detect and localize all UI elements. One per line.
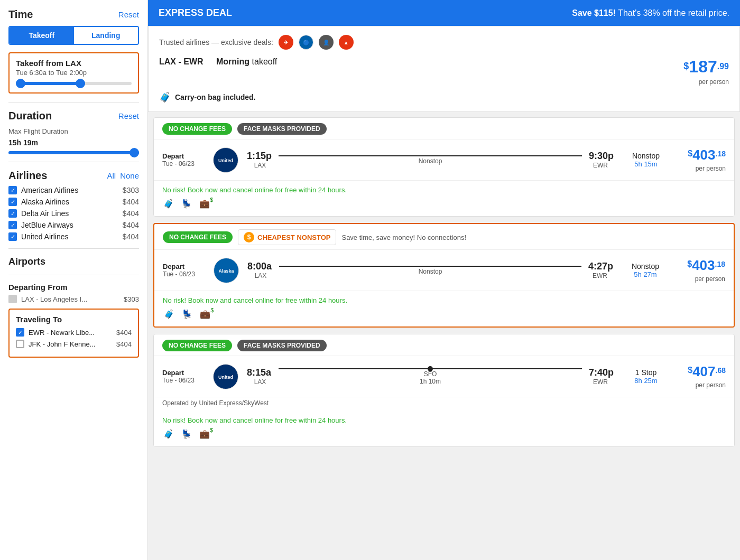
tag-no-change-2-0: NO CHANGE FEES bbox=[162, 340, 232, 351]
all-none-links: All None bbox=[107, 171, 139, 180]
flight-times-1: 8:00a LAX Nonstop 4:27p EWR bbox=[247, 261, 613, 279]
airline-checkbox-0[interactable] bbox=[8, 186, 17, 194]
aa-logo: ✈ bbox=[279, 35, 293, 50]
flight-depart-label-2: Depart bbox=[162, 369, 205, 377]
express-deal-title: EXPRESS DEAL bbox=[159, 7, 232, 18]
airline-checkbox-1[interactable] bbox=[8, 198, 17, 206]
airline-name-4: United Airlines bbox=[21, 232, 118, 241]
flight-depart-date-1: Tue - 06/23 bbox=[163, 270, 205, 278]
flight-depart-label-1: Depart bbox=[163, 263, 205, 270]
flight-price-per-1: per person bbox=[695, 275, 725, 283]
flight-price-1: $403.18 per person bbox=[678, 257, 725, 283]
airline-price-4: $404 bbox=[123, 232, 139, 241]
duration-reset-link[interactable]: Reset bbox=[118, 111, 139, 120]
delta-logo-sm: ▲ bbox=[339, 35, 354, 50]
duration-label: Max Flight Duration bbox=[8, 127, 139, 135]
operated-by-2: Operated by United Express/SkyWest bbox=[154, 397, 734, 411]
airline-row-2[interactable]: Delta Air Lines $404 bbox=[8, 209, 139, 218]
traveling-checkbox-0[interactable] bbox=[16, 328, 24, 337]
flight-depart-date-0: Tue - 06/23 bbox=[162, 160, 205, 167]
flight-card-1[interactable]: NO CHANGE FEES $ CHEAPEST NONSTOP Save t… bbox=[153, 223, 735, 328]
money-icon-1: 💼$ bbox=[199, 307, 211, 320]
depart-airport-2: LAX bbox=[247, 378, 273, 386]
flight-card-2[interactable]: NO CHANGE FEESFACE MASKS PROVIDED Depart… bbox=[153, 334, 735, 447]
takeoff-btn[interactable]: Takeoff bbox=[10, 27, 74, 44]
flight-footer-2: No risk! Book now and cancel online for … bbox=[154, 411, 734, 446]
express-deal-banner: EXPRESS DEAL Save $115! That's 38% off t… bbox=[148, 0, 740, 26]
express-route-info: LAX - EWR Morning takeoff bbox=[159, 57, 277, 67]
flight-footer-0: No risk! Book now and cancel online for … bbox=[154, 181, 734, 216]
flight-duration-1: 5h 27m bbox=[622, 270, 669, 278]
divider-4 bbox=[8, 275, 139, 275]
landing-btn[interactable]: Landing bbox=[74, 27, 138, 44]
tag-face-masks-2-1: FACE MASKS PROVIDED bbox=[237, 340, 327, 351]
flight-price-amount-1: 403 bbox=[692, 257, 715, 273]
alaska-logo-sm: 🔵 bbox=[299, 35, 313, 50]
traveling-row-1[interactable]: JFK - John F Kenne... $404 bbox=[16, 340, 132, 348]
depart-airport-0: LAX bbox=[247, 162, 273, 169]
express-deal-save-amount: Save $115! bbox=[572, 8, 616, 17]
flight-line-container-1: Nonstop bbox=[279, 266, 581, 275]
flight-stop-dot-2 bbox=[428, 366, 433, 371]
divider-3 bbox=[8, 248, 139, 249]
tag-no-change-1-0: NO CHANGE FEES bbox=[163, 231, 233, 243]
arrive-time-2: 7:40p bbox=[587, 367, 614, 378]
depart-time-col-2: 8:15a LAX bbox=[247, 367, 273, 386]
departing-row-0[interactable]: LAX - Los Angeles I... $303 bbox=[8, 295, 139, 303]
svg-text:Alaska: Alaska bbox=[218, 268, 234, 274]
airline-price-2: $404 bbox=[123, 209, 139, 218]
depart-time-col-1: 8:00a LAX bbox=[247, 261, 274, 279]
flight-tags-0: NO CHANGE FEESFACE MASKS PROVIDED bbox=[154, 118, 734, 139]
traveling-list: EWR - Newark Libe... $404 JFK - John F K… bbox=[16, 328, 132, 348]
traveling-row-0[interactable]: EWR - Newark Libe... $404 bbox=[16, 328, 132, 337]
departing-title: Departing From bbox=[8, 283, 139, 292]
flight-price-per-2: per person bbox=[696, 381, 726, 389]
departing-checkbox-0[interactable] bbox=[8, 295, 17, 303]
flight-depart-label-0: Depart bbox=[162, 152, 205, 160]
flight-stops-info-0: Nonstop 5h 15m bbox=[622, 152, 670, 168]
airline-row-4[interactable]: United Airlines $404 bbox=[8, 232, 139, 241]
footer-icons-0: 🧳 💺 💼$ bbox=[162, 197, 726, 210]
flight-price-cents-2: .68 bbox=[716, 366, 726, 375]
airline-row-1[interactable]: Alaska Airlines $404 bbox=[8, 198, 139, 206]
takeoff-slider-thumb-right[interactable] bbox=[76, 79, 85, 88]
airline-logo-1: Alaska bbox=[214, 258, 239, 283]
flight-depart-2: Depart Tue - 06/23 bbox=[162, 369, 205, 384]
airlines-none-link[interactable]: None bbox=[120, 171, 139, 180]
takeoff-box-title: Takeoff from LAX bbox=[16, 59, 132, 68]
traveling-price-1: $404 bbox=[116, 340, 132, 348]
takeoff-slider-track[interactable] bbox=[16, 82, 132, 85]
airline-price-1: $404 bbox=[123, 198, 139, 206]
airline-row-3[interactable]: JetBlue Airways $404 bbox=[8, 221, 139, 229]
flight-card-0[interactable]: NO CHANGE FEESFACE MASKS PROVIDED Depart… bbox=[153, 117, 735, 217]
express-takeoff-label: Morning takeoff bbox=[216, 57, 277, 66]
flight-duration-2: 8h 25m bbox=[622, 377, 670, 385]
duration-slider-track[interactable] bbox=[8, 151, 139, 154]
ua-logo-sm: 👤 bbox=[319, 35, 334, 50]
flight-price-per-0: per person bbox=[696, 165, 726, 172]
arrive-time-col-0: 9:30p EWR bbox=[587, 151, 614, 169]
time-reset-link[interactable]: Reset bbox=[118, 10, 139, 19]
airline-row-0[interactable]: American Airlines $303 bbox=[8, 186, 139, 194]
flight-line-label-2: SFO 1h 10m bbox=[420, 370, 441, 385]
airline-checkbox-4[interactable] bbox=[8, 232, 17, 241]
flight-stops-label-0: Nonstop bbox=[622, 152, 670, 160]
flight-row-0: Depart Tue - 06/23 United 1:15p LAX Nons… bbox=[154, 139, 734, 181]
departing-name-0: LAX - Los Angeles I... bbox=[21, 295, 119, 303]
airline-checkbox-3[interactable] bbox=[8, 221, 17, 229]
flight-line-0 bbox=[279, 155, 582, 156]
airlines-title: Airlines bbox=[8, 170, 47, 182]
duration-slider-thumb[interactable] bbox=[130, 148, 139, 157]
airlines-section-header: Airlines All None bbox=[8, 170, 139, 182]
seat-icon-0: 💺 bbox=[180, 197, 193, 210]
traveling-name-0: EWR - Newark Libe... bbox=[29, 329, 112, 337]
takeoff-slider-thumb-left[interactable] bbox=[16, 79, 25, 88]
airline-checkbox-2[interactable] bbox=[8, 209, 17, 218]
airline-name-2: Delta Air Lines bbox=[21, 209, 118, 218]
express-takeoff-suffix: takeoff bbox=[252, 57, 278, 66]
carry-on-label: Carry-on bag included. bbox=[175, 93, 255, 101]
airlines-all-link[interactable]: All bbox=[107, 171, 116, 180]
traveling-checkbox-1[interactable] bbox=[16, 340, 24, 348]
depart-time-0: 1:15p bbox=[247, 151, 273, 162]
traveling-to-title: Traveling To bbox=[16, 315, 132, 324]
